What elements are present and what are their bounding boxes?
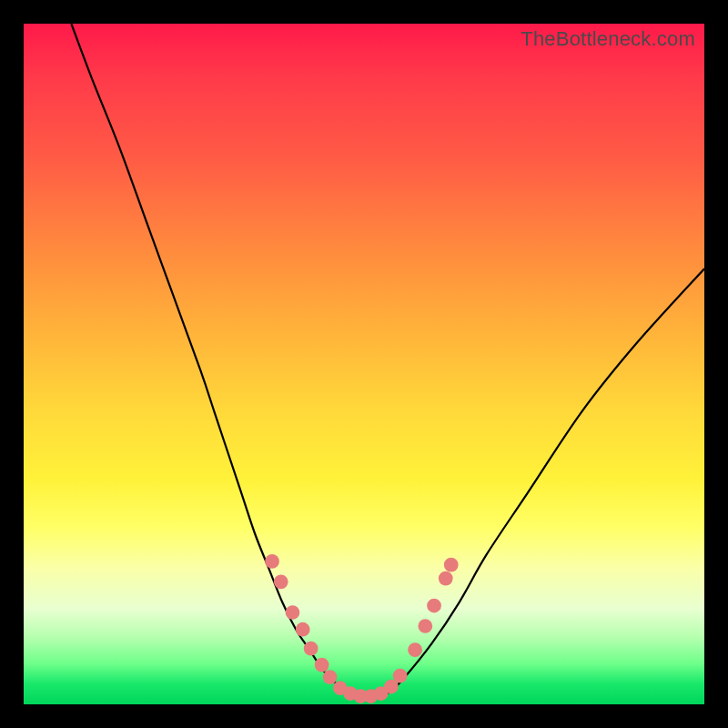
curve-marker <box>353 689 368 703</box>
curve-marker <box>274 575 288 590</box>
curve-marker <box>393 669 408 683</box>
curve-marker <box>384 680 399 694</box>
curve-marker <box>374 686 389 701</box>
curve-marker <box>444 558 459 572</box>
curve-marker <box>265 554 279 569</box>
chart-plot-area: TheBottleneck.com <box>24 24 704 704</box>
curve-marker <box>343 686 358 701</box>
curve-marker <box>304 642 318 656</box>
curve-marker <box>315 658 329 672</box>
bottleneck-curve <box>71 24 704 698</box>
curve-marker <box>286 605 300 620</box>
curve-marker <box>333 681 348 695</box>
chart-svg <box>24 24 704 704</box>
curve-marker <box>418 619 432 633</box>
curve-marker <box>427 599 441 613</box>
curve-marker <box>408 642 422 657</box>
watermark-text: TheBottleneck.com <box>521 27 695 51</box>
curve-marker <box>364 689 379 703</box>
curve-marker <box>323 670 338 684</box>
curve-marker <box>296 622 310 637</box>
curve-marker <box>439 571 453 586</box>
chart-frame: TheBottleneck.com <box>0 0 728 728</box>
curve-markers <box>265 554 458 703</box>
